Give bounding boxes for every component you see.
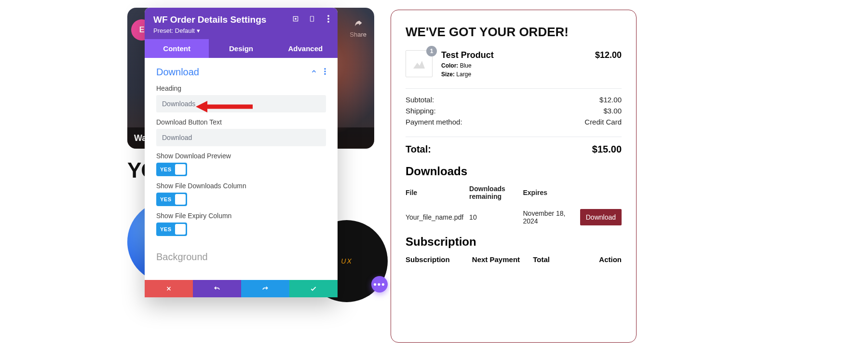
dl-expires: November 18, 2024 [523,209,573,225]
dl-remaining: 10 [469,213,519,221]
order-summary-panel: WE'VE GOT YOUR ORDER! 1 Test Product Col… [391,10,637,343]
redo-button[interactable] [241,280,289,297]
total-value: $15.00 [592,144,622,155]
panel-header: WF Order Details Settings Preset: Defaul… [145,8,338,39]
heading-input[interactable] [156,95,326,112]
svg-point-6 [324,68,326,70]
product-qty-badge: 1 [426,46,437,56]
order-title: WE'VE GOT YOUR ORDER! [406,25,622,40]
color-key: Color: [441,62,458,69]
section-download[interactable]: Download [156,67,199,78]
cancel-button[interactable] [145,280,193,297]
tablet-icon[interactable] [308,14,316,23]
svg-point-3 [327,15,329,17]
product-thumb: 1 [406,50,433,77]
sub-col-name: Subscription [406,255,472,264]
redo-icon [261,285,269,292]
sub-col-next: Next Payment [472,255,533,264]
sub-col-total: Total [533,255,571,264]
downloads-heading: Downloads [406,165,622,178]
share-icon [353,19,364,29]
size-value: Large [456,71,471,78]
panel-preset[interactable]: Preset: Default ▾ [153,27,329,34]
product-name: Test Product [441,50,586,60]
download-button[interactable]: Download [580,209,622,225]
collapse-icon[interactable] [311,68,317,77]
undo-button[interactable] [193,280,241,297]
section-background[interactable]: Background [145,239,338,263]
divider [406,88,622,89]
tab-advanced[interactable]: Advanced [273,39,338,58]
show-expiry-col-label: Show File Expiry Column [156,212,326,220]
show-downloads-col-toggle[interactable]: YES [156,193,187,206]
svg-point-7 [324,70,326,72]
download-row: Your_file_name.pdf 10 November 18, 2024 … [406,209,622,225]
sub-col-action: Action [572,255,622,264]
settings-panel: WF Order Details Settings Preset: Defaul… [145,8,338,296]
close-icon [165,285,172,292]
tab-content[interactable]: Content [145,39,209,58]
total-key: Total: [406,144,431,155]
product-price: $12.00 [595,50,622,60]
floating-menu-button[interactable]: ••• [371,276,388,292]
panel-tabs: Content Design Advanced [145,39,338,58]
expand-icon[interactable] [291,14,300,23]
shipping-key: Shipping: [406,107,436,115]
dl-file: Your_file_name.pdf [406,213,465,221]
share-label: Share [350,31,366,38]
check-icon [310,285,317,292]
undo-icon [213,285,221,292]
svg-point-4 [327,18,329,20]
shipping-value: $3.00 [603,107,622,115]
tab-design[interactable]: Design [209,39,273,58]
section-more-icon[interactable] [324,68,326,77]
dl-col-expires: Expires [523,189,573,196]
show-preview-label: Show Download Preview [156,152,326,160]
panel-footer [145,280,338,297]
subscription-heading: Subscription [406,235,622,249]
show-downloads-col-label: Show File Downloads Column [156,182,326,190]
show-preview-toggle[interactable]: YES [156,163,187,176]
svg-rect-2 [311,16,314,22]
svg-point-1 [295,18,297,20]
heading-label: Heading [156,84,326,92]
svg-point-5 [327,21,329,23]
dl-col-file: File [406,189,465,196]
subtotal-value: $12.00 [599,96,622,104]
divider [406,137,622,137]
payment-key: Payment method: [406,118,462,126]
size-key: Size: [441,71,455,78]
button-text-label: Download Button Text [156,118,326,126]
share-button[interactable]: Share [350,19,366,38]
save-button[interactable] [289,280,338,297]
color-value: Blue [460,62,472,69]
show-expiry-col-toggle[interactable]: YES [156,223,187,236]
button-text-input[interactable] [156,129,326,146]
subtotal-key: Subtotal: [406,96,434,104]
svg-point-8 [324,73,326,75]
payment-value: Credit Card [584,118,622,126]
dl-col-remaining: Downloads remaining [469,185,519,200]
more-icon[interactable] [324,14,333,23]
